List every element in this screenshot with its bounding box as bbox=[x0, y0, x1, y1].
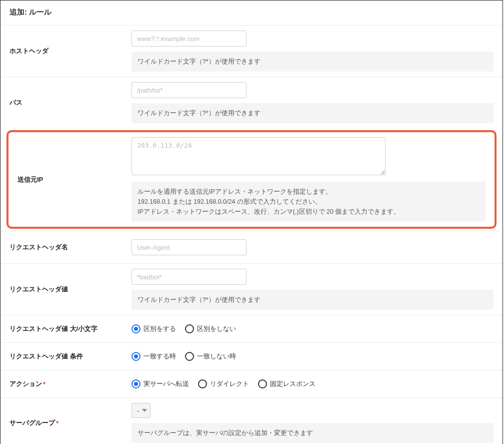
help-req-header-value: ワイルドカード文字（?*）が使用できます bbox=[132, 290, 494, 310]
row-case-sensitive: リクエストヘッダ値 大/小文字 区別をする 区別をしない bbox=[0, 315, 502, 342]
row-host-header: ホストヘッダ ワイルドカード文字（?*）が使用できます bbox=[0, 25, 502, 77]
required-mark: * bbox=[43, 380, 46, 388]
help-server-group: サーバグループは、実サーバの設定から追加・変更できます bbox=[132, 423, 494, 443]
input-path[interactable] bbox=[132, 82, 246, 98]
help-source-ip: ルールを適用する送信元IPアドレス・ネットワークを指定します。 192.168.… bbox=[132, 182, 486, 222]
chevron-down-icon bbox=[142, 409, 147, 412]
label-match-cond: リクエストヘッダ値 条件 bbox=[0, 343, 122, 370]
required-mark: * bbox=[56, 419, 58, 427]
row-req-header-name: リクエストヘッダ名 bbox=[0, 231, 502, 263]
label-host-header: ホストヘッダ bbox=[0, 26, 122, 77]
input-host-header[interactable] bbox=[132, 31, 246, 47]
label-source-ip: 送信元IP bbox=[8, 132, 122, 227]
radio-dot-icon bbox=[258, 379, 267, 388]
radio-dot-icon bbox=[198, 379, 207, 388]
label-action: アクション * bbox=[0, 370, 122, 397]
input-req-header-name[interactable] bbox=[132, 239, 246, 255]
row-match-cond: リクエストヘッダ値 条件 一致する時 一致しない時 bbox=[0, 342, 502, 370]
textarea-source-ip[interactable] bbox=[132, 137, 386, 175]
label-req-header-name: リクエストヘッダ名 bbox=[0, 231, 122, 263]
row-path: パス ワイルドカード文字（?*）が使用できます bbox=[0, 77, 502, 128]
row-req-header-value: リクエストヘッダ値 ワイルドカード文字（?*）が使用できます bbox=[0, 263, 502, 315]
select-server-group[interactable]: - bbox=[132, 403, 150, 418]
radio-action-fixed-response[interactable]: 固定レスポンス bbox=[258, 379, 316, 388]
radio-match-when[interactable]: 一致する時 bbox=[132, 352, 176, 361]
row-source-ip: 送信元IP ルールを適用する送信元IPアドレス・ネットワークを指定します。 19… bbox=[8, 132, 494, 227]
row-action: アクション * 実サーバへ転送 リダイレクト 固定レスポンス bbox=[0, 370, 502, 397]
input-req-header-value[interactable] bbox=[132, 269, 246, 285]
radio-dot-icon bbox=[132, 324, 140, 333]
label-path: パス bbox=[0, 77, 122, 128]
radio-case-sensitive-yes[interactable]: 区別をする bbox=[132, 324, 176, 333]
label-server-group: サーバグループ * bbox=[0, 398, 122, 444]
radio-action-redirect[interactable]: リダイレクト bbox=[198, 379, 249, 388]
radio-dot-icon bbox=[185, 352, 194, 361]
radio-case-sensitive-no[interactable]: 区別をしない bbox=[185, 324, 236, 333]
label-case-sensitive: リクエストヘッダ値 大/小文字 bbox=[0, 315, 122, 342]
radio-dot-icon bbox=[132, 379, 140, 388]
dialog-panel: 追加: ルール ホストヘッダ ワイルドカード文字（?*）が使用できます パス ワ… bbox=[0, 0, 503, 444]
help-path: ワイルドカード文字（?*）が使用できます bbox=[132, 103, 494, 123]
radio-action-forward[interactable]: 実サーバへ転送 bbox=[132, 379, 189, 388]
radio-dot-icon bbox=[132, 352, 140, 361]
radio-match-not[interactable]: 一致しない時 bbox=[185, 352, 236, 361]
help-host-header: ワイルドカード文字（?*）が使用できます bbox=[132, 52, 494, 72]
highlight-source-ip: 送信元IP ルールを適用する送信元IPアドレス・ネットワークを指定します。 19… bbox=[6, 130, 496, 229]
row-server-group: サーバグループ * - サーバグループは、実サーバの設定から追加・変更できます bbox=[0, 397, 502, 444]
radio-dot-icon bbox=[185, 324, 194, 333]
label-req-header-value: リクエストヘッダ値 bbox=[0, 264, 122, 315]
dialog-title: 追加: ルール bbox=[0, 1, 502, 25]
select-value: - bbox=[137, 407, 139, 414]
